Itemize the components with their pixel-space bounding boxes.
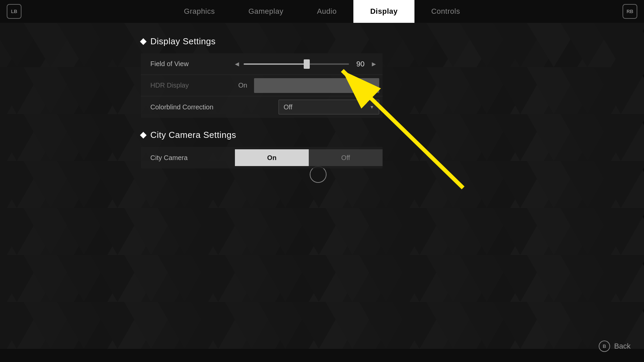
hdr-display-label: HDR Display xyxy=(141,82,235,89)
back-label: Back xyxy=(614,342,631,351)
slider-value: 90 xyxy=(354,60,367,68)
nav-tabs: Graphics Gameplay Audio Display Controls xyxy=(167,0,477,23)
hdr-display-value: On xyxy=(235,82,247,89)
colorblind-correction-dropdown[interactable]: Off ▼ xyxy=(279,100,379,114)
slider-fill xyxy=(244,63,307,65)
field-of-view-label: Field of View xyxy=(141,60,235,68)
tab-gameplay[interactable]: Gameplay xyxy=(232,0,300,23)
hdr-display-toggle-box[interactable] xyxy=(254,78,379,93)
rb-button[interactable]: RB xyxy=(623,4,637,19)
section-diamond-icon xyxy=(140,38,147,45)
hdr-display-row: HDR Display On xyxy=(141,75,383,96)
slider-track[interactable] xyxy=(244,63,349,65)
city-camera-on-button[interactable]: On xyxy=(235,149,309,166)
field-of-view-row: Field of View ◀ 90 ▶ xyxy=(141,53,383,75)
slider-thumb[interactable] xyxy=(304,59,310,69)
field-of-view-slider-container: ◀ 90 ▶ xyxy=(235,60,383,68)
display-settings-heading: Display Settings xyxy=(141,36,644,47)
center-indicator xyxy=(310,166,327,183)
city-camera-settings-panel: City Camera On Off xyxy=(141,147,383,168)
colorblind-correction-dropdown-area: Off ▼ xyxy=(235,100,383,114)
main-content: Display Settings Field of View ◀ 90 ▶ HD… xyxy=(0,23,644,168)
nav-bar: LB Graphics Gameplay Audio Display Contr… xyxy=(0,0,644,23)
colorblind-correction-label: Colorblind Correction xyxy=(141,103,235,111)
slider-left-arrow[interactable]: ◀ xyxy=(235,61,239,67)
city-camera-settings-title: City Camera Settings xyxy=(150,130,236,140)
tab-graphics[interactable]: Graphics xyxy=(167,0,232,23)
dropdown-caret-icon: ▼ xyxy=(369,104,374,110)
lb-button[interactable]: LB xyxy=(7,4,21,19)
city-camera-settings-heading: City Camera Settings xyxy=(141,130,644,140)
colorblind-correction-value: Off xyxy=(284,103,292,111)
display-settings-panel: Field of View ◀ 90 ▶ HDR Display On Colo… xyxy=(141,53,383,118)
tab-display[interactable]: Display xyxy=(353,0,414,23)
city-camera-row: City Camera On Off xyxy=(141,147,383,168)
slider-right-arrow[interactable]: ▶ xyxy=(372,61,376,67)
city-camera-label: City Camera xyxy=(141,154,235,162)
city-camera-section-diamond-icon xyxy=(140,132,147,139)
tab-controls[interactable]: Controls xyxy=(414,0,477,23)
b-button-icon[interactable]: B xyxy=(599,341,610,352)
city-camera-onoff: On Off xyxy=(235,149,383,166)
bottom-bar: B Back xyxy=(599,341,631,352)
hdr-display-toggle-area: On xyxy=(235,78,383,93)
colorblind-correction-row: Colorblind Correction Off ▼ xyxy=(141,96,383,118)
city-camera-off-button[interactable]: Off xyxy=(309,149,383,166)
display-settings-title: Display Settings xyxy=(150,36,215,47)
tab-audio[interactable]: Audio xyxy=(300,0,353,23)
